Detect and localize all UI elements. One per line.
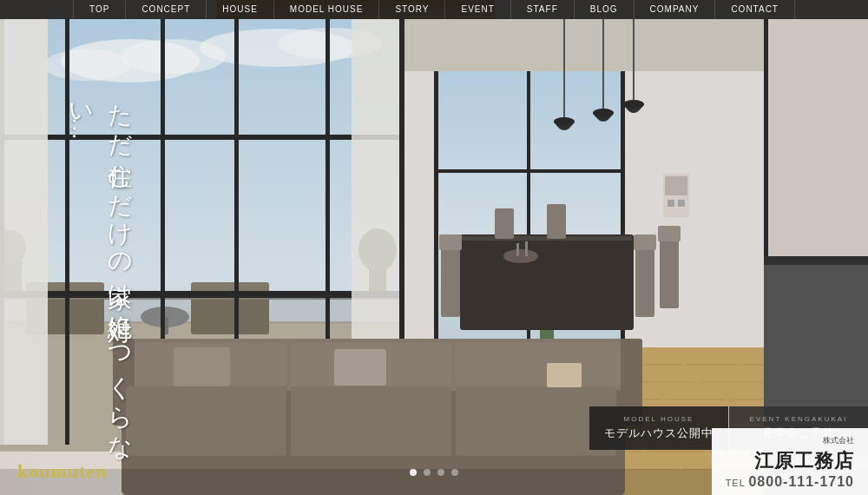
nav-top[interactable]: TOP — [73, 0, 126, 19]
koumuten-text: koumuten — [17, 460, 107, 483]
company-logo-block: 株式会社 江原工務店 TEL 0800-111-1710 — [712, 428, 868, 495]
cta-model-house[interactable]: MODEL HOUSE モデルハウス公開中 — [589, 406, 728, 450]
bottom-logo: koumuten — [17, 460, 107, 483]
cta-model-text: モデルハウス公開中 — [600, 426, 718, 441]
nav-contact[interactable]: CONTACT — [715, 0, 795, 19]
hero-text: ただ住むだけの家は絶対につくらない… — [61, 87, 139, 495]
cta-model-label: MODEL HOUSE — [600, 415, 718, 423]
tel-number: 0800-111-1710 — [748, 474, 854, 489]
tel-label: TEL — [726, 478, 749, 488]
company-small-text: 株式会社 — [726, 435, 854, 446]
dot-4[interactable] — [451, 469, 458, 476]
company-tel: TEL 0800-111-1710 — [726, 474, 854, 490]
dot-1[interactable] — [410, 469, 417, 476]
slideshow-dots — [410, 469, 458, 476]
nav-model-house[interactable]: MODEL HOUSE — [274, 0, 380, 19]
dot-2[interactable] — [424, 469, 431, 476]
nav-event[interactable]: EVENT — [445, 0, 510, 19]
nav-blog[interactable]: BLOG — [575, 0, 635, 19]
nav-company[interactable]: COMPANY — [635, 0, 716, 19]
nav-staff[interactable]: STAFF — [511, 0, 575, 19]
nav-concept[interactable]: CONCEPT — [126, 0, 207, 19]
dot-3[interactable] — [437, 469, 444, 476]
nav-items: TOPCONCEPTHOUSEMODEL HOUSESTORYEVENTSTAF… — [73, 0, 795, 19]
company-name: 江原工務店 — [726, 448, 854, 474]
nav-house[interactable]: HOUSE — [207, 0, 274, 19]
navigation: TOPCONCEPTHOUSEMODEL HOUSESTORYEVENTSTAF… — [0, 0, 868, 19]
nav-story[interactable]: STORY — [379, 0, 445, 19]
company-info: 株式会社 江原工務店 TEL 0800-111-1710 — [712, 428, 868, 495]
cta-event-label: EVENT KENGAKUKAI — [740, 415, 858, 423]
